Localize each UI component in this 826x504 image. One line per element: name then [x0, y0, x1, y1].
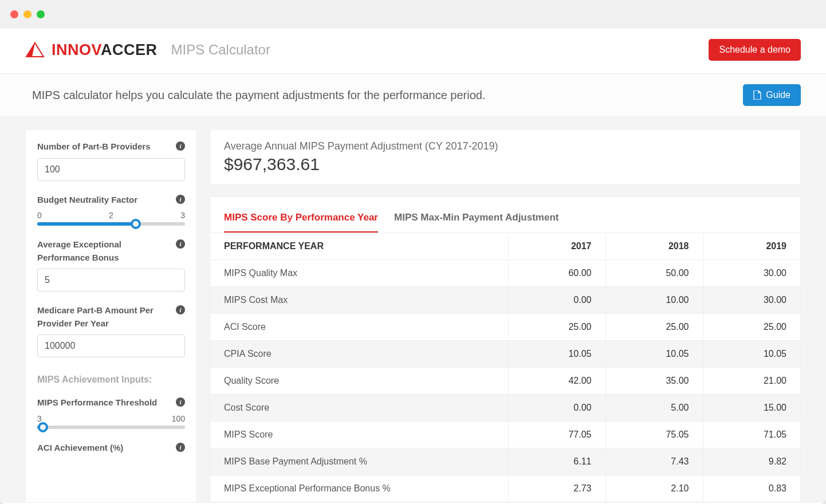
cell-value: 15.00	[703, 395, 800, 422]
window-minimize-icon[interactable]	[23, 10, 32, 18]
cell-value: 21.00	[703, 368, 800, 395]
cell-value: 10.05	[703, 341, 800, 368]
subheader: MIPS calculator helps you calculate the …	[0, 74, 826, 117]
field-label: MIPS Performance Threshold	[37, 396, 157, 410]
slider-labels: 3 100	[37, 414, 185, 423]
main: Average Annual MIPS Payment Adjustment (…	[210, 129, 801, 503]
table-header: 2018	[605, 233, 703, 260]
row-label: Cost Score	[210, 395, 508, 422]
field-bnf: Budget Neutrality Factor i 0 2 3	[37, 194, 185, 226]
cell-value: 35.00	[605, 368, 703, 395]
content: Number of Part-B Providers i Budget Neut…	[0, 117, 826, 503]
table-row: MIPS Score77.0575.0571.05	[210, 422, 800, 448]
tab[interactable]: MIPS Score By Performance Year	[224, 207, 378, 233]
table-row: MIPS Exceptional Performance Bonus %2.73…	[210, 475, 800, 502]
table-card: MIPS Score By Performance YearMIPS Max-M…	[210, 196, 801, 503]
field-aci: ACI Achievement (%) i	[37, 442, 185, 455]
cell-value: 0.83	[703, 475, 800, 502]
cell-value: 75.05	[605, 422, 703, 448]
table-header: PERFORMANCE YEAR	[210, 233, 508, 260]
performance-table: PERFORMANCE YEAR201720182019 MIPS Qualit…	[210, 233, 800, 502]
field-providers: Number of Part-B Providers i	[37, 140, 185, 181]
info-icon[interactable]: i	[176, 305, 185, 314]
info-icon[interactable]: i	[176, 141, 185, 151]
table-row: MIPS Quality Max60.0050.0030.00	[210, 260, 800, 287]
bnf-slider[interactable]	[37, 222, 185, 226]
cell-value: 25.00	[508, 314, 605, 341]
cell-value: 6.11	[508, 448, 605, 475]
window-close-icon[interactable]	[10, 10, 18, 18]
row-label: Quality Score	[210, 368, 508, 395]
summary-value: $967,363.61	[224, 155, 786, 174]
app-subtitle: MIPS Calculator	[171, 42, 270, 58]
field-label: Budget Neutrality Factor	[37, 194, 137, 207]
cell-value: 10.05	[508, 341, 605, 368]
info-icon[interactable]: i	[176, 239, 185, 249]
slider-mid: 2	[109, 211, 113, 220]
cell-value: 10.05	[605, 341, 703, 368]
pdf-file-icon	[753, 90, 761, 100]
table-row: MIPS Base Payment Adjustment %6.117.439.…	[210, 448, 800, 475]
row-label: MIPS Quality Max	[210, 260, 508, 287]
table-header: 2019	[703, 233, 800, 260]
slider-thumb-icon[interactable]	[38, 422, 48, 432]
bonus-input[interactable]	[37, 269, 185, 292]
slider-thumb-icon[interactable]	[131, 219, 141, 229]
table-row: MIPS Cost Max0.0010.0030.00	[210, 287, 800, 314]
guide-button[interactable]: Guide	[743, 84, 801, 106]
row-label: MIPS Exceptional Performance Bonus %	[210, 475, 508, 502]
field-bonus: Average Exceptional Performance Bonus i	[37, 238, 185, 292]
cell-value: 60.00	[508, 260, 605, 287]
field-label: Number of Part-B Providers	[37, 140, 151, 153]
app-window: INNOVACCER MIPS Calculator Schedule a de…	[0, 0, 826, 504]
slider-labels: 0 2 3	[37, 211, 185, 220]
tabs: MIPS Score By Performance YearMIPS Max-M…	[210, 207, 800, 233]
table-header: 2017	[508, 233, 605, 260]
schedule-demo-button[interactable]: Schedule a demo	[709, 39, 801, 61]
row-label: MIPS Cost Max	[210, 287, 508, 314]
info-icon[interactable]: i	[176, 195, 185, 204]
table-row: Quality Score42.0035.0021.00	[210, 368, 800, 395]
providers-input[interactable]	[37, 158, 185, 181]
row-label: CPIA Score	[210, 341, 508, 368]
slider-max: 3	[180, 211, 185, 220]
cell-value: 25.00	[605, 314, 703, 341]
cell-value: 0.00	[508, 287, 605, 314]
table-row: ACI Score25.0025.0025.00	[210, 314, 800, 341]
field-medicare: Medicare Part-B Amount Per Provider Per …	[37, 304, 185, 357]
cell-value: 7.43	[605, 448, 703, 475]
brand: INNOVACCER MIPS Calculator	[25, 41, 270, 59]
medicare-input[interactable]	[37, 334, 185, 357]
info-icon[interactable]: i	[176, 443, 185, 452]
summary-label: Average Annual MIPS Payment Adjustment (…	[224, 140, 786, 152]
window-maximize-icon[interactable]	[37, 10, 45, 18]
field-label: Average Exceptional Performance Bonus	[37, 238, 176, 264]
row-label: MIPS Base Payment Adjustment %	[210, 448, 508, 475]
slider-max: 100	[172, 414, 185, 423]
cell-value: 30.00	[703, 287, 800, 314]
cell-value: 0.00	[508, 395, 605, 422]
cell-value: 2.73	[508, 475, 605, 502]
cell-value: 30.00	[703, 260, 800, 287]
field-label: ACI Achievement (%)	[37, 442, 123, 455]
cell-value: 5.00	[605, 395, 703, 422]
cell-value: 42.00	[508, 368, 605, 395]
threshold-slider[interactable]	[37, 426, 185, 429]
brand-name: INNOVACCER	[52, 41, 158, 59]
cell-value: 50.00	[605, 260, 703, 287]
innovaccer-logo-icon	[25, 42, 45, 58]
row-label: ACI Score	[210, 314, 508, 341]
titlebar	[0, 0, 826, 29]
header: INNOVACCER MIPS Calculator Schedule a de…	[0, 29, 826, 74]
summary-card: Average Annual MIPS Payment Adjustment (…	[210, 129, 801, 185]
guide-button-label: Guide	[766, 90, 790, 100]
cell-value: 77.05	[508, 422, 605, 448]
cell-value: 25.00	[703, 314, 800, 341]
cell-value: 71.05	[703, 422, 800, 448]
sidebar: Number of Part-B Providers i Budget Neut…	[25, 129, 197, 503]
table-row: CPIA Score10.0510.0510.05	[210, 341, 800, 368]
info-icon[interactable]: i	[176, 397, 185, 407]
sidebar-section-title: MIPS Achievement Inputs:	[37, 375, 185, 385]
cell-value: 2.10	[605, 475, 703, 502]
tab[interactable]: MIPS Max-Min Payment Adjustment	[394, 207, 558, 233]
